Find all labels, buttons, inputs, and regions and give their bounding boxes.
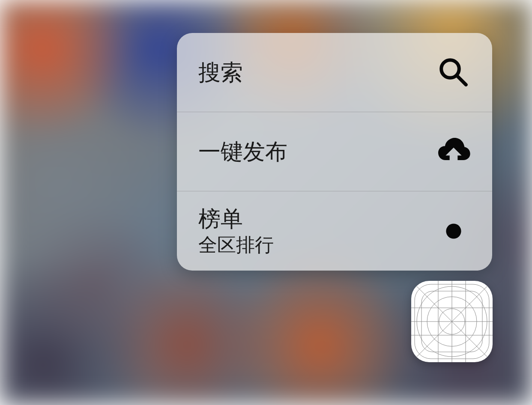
svg-point-2 [446, 223, 461, 238]
dot-icon [436, 214, 471, 248]
quick-action-text: 榜单 全区排行 [198, 205, 274, 256]
app-icon-container[interactable] [411, 281, 493, 362]
quick-action-text: 搜索 [198, 59, 243, 86]
search-icon [436, 55, 471, 89]
cloud-upload-icon [436, 134, 471, 169]
quick-action-publish[interactable]: 一键发布 [177, 112, 492, 191]
quick-action-title: 榜单 [198, 205, 274, 232]
app-icon-template-grid [411, 281, 493, 362]
quick-actions-menu: 搜索 一键发布 榜单 全区排行 [177, 33, 492, 271]
quick-action-search[interactable]: 搜索 [177, 33, 492, 112]
quick-action-rankings[interactable]: 榜单 全区排行 [177, 191, 492, 271]
svg-line-1 [457, 76, 466, 85]
quick-action-text: 一键发布 [198, 138, 287, 165]
quick-action-subtitle: 全区排行 [198, 234, 274, 256]
quick-action-title: 一键发布 [198, 138, 287, 165]
quick-action-title: 搜索 [198, 59, 243, 86]
